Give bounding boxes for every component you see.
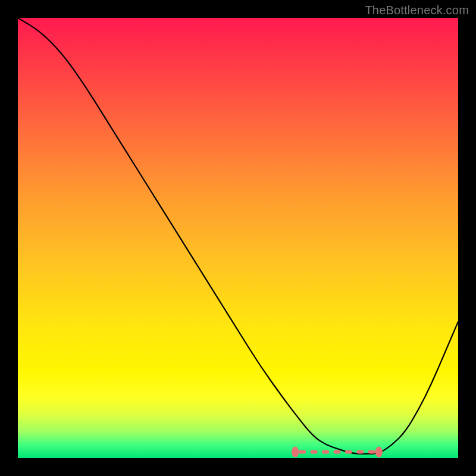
chart-frame: TheBottleneck.com	[0, 0, 476, 476]
flat-zone-dash	[311, 450, 318, 454]
watermark-text: TheBottleneck.com	[365, 4, 469, 17]
flat-zone-dash	[334, 450, 341, 454]
plot-area	[18, 18, 458, 458]
flat-zone-dash	[345, 450, 352, 454]
flat-zone-cap-left	[292, 447, 299, 458]
flat-zone-dash	[356, 450, 364, 454]
flat-zone-cap-right	[375, 447, 383, 458]
curve-layer	[18, 18, 458, 458]
flat-zone-dash	[368, 450, 375, 454]
flat-zone-dash	[299, 450, 306, 454]
bottleneck-curve-path	[18, 18, 458, 454]
flat-zone-dash	[322, 450, 329, 454]
